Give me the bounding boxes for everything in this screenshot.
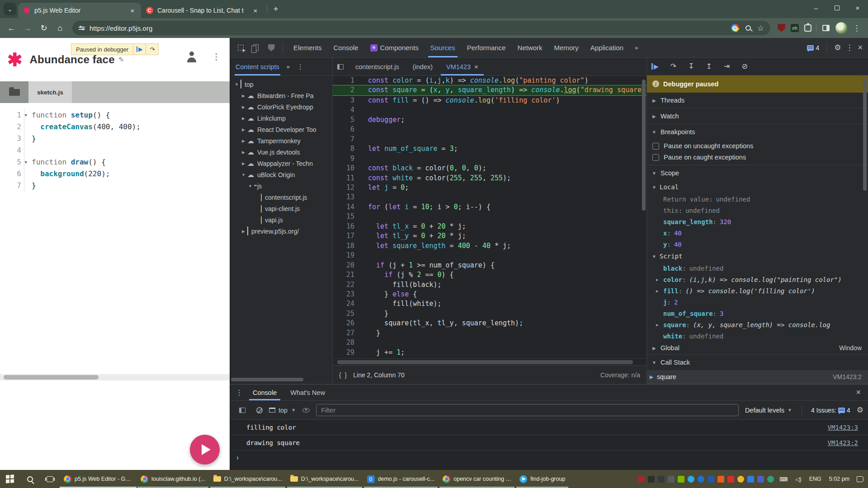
more-panes-icon[interactable]: » bbox=[283, 63, 293, 70]
tree-item[interactable]: ▶☁Vue.js devtools bbox=[230, 146, 332, 158]
maximize-button[interactable] bbox=[826, 0, 847, 15]
code-line[interactable]: 5▼function draw() { bbox=[0, 156, 230, 168]
line-number[interactable]: 20 bbox=[333, 261, 361, 270]
code-line[interactable]: 4 bbox=[333, 105, 646, 115]
devtools-tab-performance[interactable]: Performance bbox=[461, 38, 512, 57]
taskbar-app[interactable]: p5.js Web Editor - Go... bbox=[60, 470, 137, 488]
scope-section[interactable]: ▼ Scope bbox=[647, 165, 868, 181]
message-source-link[interactable]: VM1423:2 bbox=[828, 439, 858, 446]
file-tab-vm1423[interactable]: VM1423 × bbox=[440, 58, 485, 75]
clock[interactable]: 5:02 pm bbox=[827, 476, 852, 482]
code-line[interactable]: 7} bbox=[0, 180, 230, 192]
code-line[interactable]: 12let j = 0; bbox=[333, 183, 646, 192]
step-out-button[interactable]: ↥ bbox=[706, 62, 712, 70]
console-filter-input[interactable] bbox=[316, 404, 739, 416]
resume-script-button[interactable]: ▶ bbox=[133, 44, 146, 55]
panel-scrollbar[interactable] bbox=[863, 78, 868, 358]
line-number[interactable]: 24 bbox=[333, 299, 361, 309]
pretty-print-icon[interactable]: { } bbox=[339, 371, 348, 379]
scope-variable[interactable]: white:undefined bbox=[647, 330, 868, 342]
scope-script-header[interactable]: ▼ Script bbox=[647, 250, 868, 263]
line-number[interactable]: 9 bbox=[333, 154, 361, 164]
code-line[interactable]: 11const white = color(255, 255, 255); bbox=[333, 174, 646, 183]
extensions-puzzle-icon[interactable] bbox=[804, 24, 811, 32]
side-panel-icon[interactable] bbox=[819, 21, 833, 35]
line-number[interactable]: 11 bbox=[333, 174, 361, 183]
line-number[interactable]: 22 bbox=[333, 280, 361, 290]
drawer-tab-whats-new[interactable]: What's New bbox=[284, 385, 331, 400]
browser-tab-carousell[interactable]: C Carousell - Snap to List, Chat t × bbox=[141, 3, 264, 18]
line-number[interactable]: 18 bbox=[333, 241, 361, 251]
code-line[interactable]: 26 square(tl_x, tl_y, square_length); bbox=[333, 319, 646, 328]
tree-item[interactable]: ▼☁uBlock Origin bbox=[230, 169, 332, 180]
watch-section[interactable]: ▶ Watch bbox=[647, 108, 868, 124]
tab-close-icon[interactable]: × bbox=[128, 6, 137, 14]
scrollbar-thumb[interactable] bbox=[231, 378, 303, 381]
eh-extension-icon[interactable]: eh bbox=[791, 24, 799, 32]
content-scripts-tab[interactable]: Content scripts bbox=[236, 58, 279, 75]
editor-horizontal-scrollbar[interactable] bbox=[333, 358, 646, 365]
scope-variable[interactable]: this:undefined bbox=[647, 205, 868, 216]
devtools-tab-console[interactable]: Console bbox=[328, 38, 364, 57]
chevron-right-icon[interactable]: ▶ bbox=[656, 323, 663, 327]
console-message[interactable]: filling colorVM1423:3 bbox=[230, 420, 868, 435]
fold-marker-icon[interactable]: ▼ bbox=[25, 156, 27, 168]
sidebar-menu-icon[interactable]: ⋮ bbox=[297, 63, 304, 71]
scrollbar-thumb[interactable] bbox=[337, 360, 633, 364]
adobe-icon[interactable] bbox=[727, 476, 734, 483]
console-message[interactable]: drawing squareVM1423:2 bbox=[230, 435, 868, 450]
vlc-icon[interactable] bbox=[717, 476, 724, 483]
console-settings-icon[interactable]: ⚙ bbox=[857, 405, 863, 415]
forward-button[interactable]: → bbox=[21, 21, 34, 35]
tree-item[interactable]: ▶☁Bitwarden - Free Pa bbox=[230, 90, 332, 101]
tree-item[interactable]: ▶☁Wappalyzer - Techn bbox=[230, 158, 332, 169]
tree-item[interactable]: ▶☁Tampermonkey bbox=[230, 135, 332, 146]
code-line[interactable]: 23 } else { bbox=[333, 290, 646, 299]
reload-button[interactable]: ↻ bbox=[37, 21, 51, 35]
devtools-tab-memory[interactable]: Memory bbox=[548, 38, 585, 57]
chevron-right-icon[interactable]: ▶ bbox=[656, 277, 663, 282]
taskbar-app[interactable]: D:\_workspace\carou... bbox=[286, 470, 363, 488]
code-line[interactable]: 8let num_of_square = 3; bbox=[333, 144, 646, 154]
code-line[interactable]: 18 let square_length = 400 - 40 * j; bbox=[333, 241, 646, 251]
line-number[interactable]: 15 bbox=[333, 212, 361, 221]
line-number[interactable]: 4 bbox=[333, 105, 361, 115]
devtools-tab-elements[interactable]: Elements bbox=[288, 38, 328, 57]
device-toolbar-icon[interactable] bbox=[249, 41, 263, 55]
scope-variable[interactable]: y:40 bbox=[647, 239, 868, 250]
scope-variable[interactable]: num_of_square:3 bbox=[647, 308, 868, 319]
line-number[interactable]: 12 bbox=[333, 183, 361, 192]
code-line[interactable]: 14for (let i = 10; i > 0; i--) { bbox=[333, 202, 646, 212]
taskbar-app[interactable]: opencv car counting |... bbox=[439, 470, 515, 488]
taskbar-app[interactable]: ⟨⟩demo.js - carousell-c... bbox=[363, 470, 439, 488]
run-sketch-button[interactable] bbox=[190, 435, 220, 465]
bookmark-star-icon[interactable]: ☆ bbox=[757, 23, 764, 33]
call-stack-frame[interactable]: ▶ square VM1423:2 bbox=[647, 370, 868, 384]
scope-variable[interactable]: j:2 bbox=[647, 296, 868, 308]
code-line[interactable]: 25 } bbox=[333, 309, 646, 319]
line-number[interactable]: 29 bbox=[333, 348, 361, 357]
line-number[interactable]: 8 bbox=[333, 144, 361, 154]
message-source-link[interactable]: VM1423:3 bbox=[828, 424, 858, 431]
onedrive-icon[interactable] bbox=[708, 476, 714, 483]
taskbar-app[interactable]: D:\_workspace\carou... bbox=[209, 470, 286, 488]
threads-section[interactable]: ▶ Threads bbox=[647, 93, 868, 108]
zoom-icon[interactable] bbox=[745, 25, 751, 31]
line-number[interactable]: 7 bbox=[333, 135, 361, 144]
step-over-button[interactable]: ↷ bbox=[670, 62, 676, 70]
editor-vertical-scrollbar[interactable] bbox=[641, 76, 646, 358]
drawer-tab-console[interactable]: Console bbox=[246, 385, 283, 400]
antivirus-shield-icon[interactable] bbox=[638, 476, 645, 483]
line-number[interactable]: 25 bbox=[333, 309, 361, 319]
edit-project-name-icon[interactable]: ✎ bbox=[118, 56, 124, 64]
back-button[interactable]: ← bbox=[5, 21, 18, 35]
line-number[interactable]: 10 bbox=[333, 164, 361, 173]
tree-item[interactable]: vapi.js bbox=[230, 214, 332, 225]
code-line[interactable]: 29 j += 1; bbox=[333, 348, 646, 357]
code-line[interactable]: 15 bbox=[333, 212, 646, 221]
line-number[interactable]: 17 bbox=[333, 231, 361, 241]
url-text[interactable]: https://editor.p5js.org bbox=[90, 24, 152, 32]
line-number[interactable]: 1 bbox=[333, 76, 361, 85]
line-number[interactable]: 23 bbox=[333, 290, 361, 299]
sketch-js-tab[interactable]: sketch.js bbox=[28, 81, 72, 103]
